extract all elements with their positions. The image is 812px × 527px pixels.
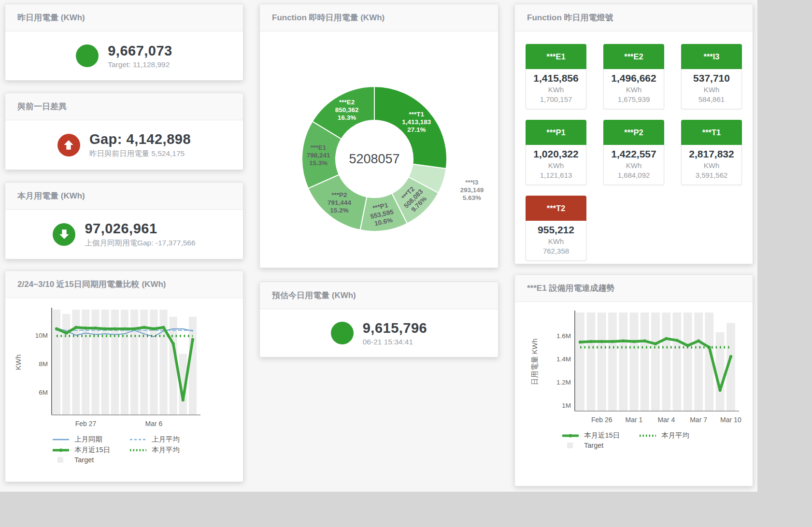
status-circle-icon bbox=[331, 322, 354, 344]
donut-slice-label: ***I3293,1495.63% bbox=[460, 179, 484, 201]
stat-subtitle: 昨日與前日用電量 5,524,175 bbox=[89, 149, 191, 159]
tile-header: ***E1 bbox=[526, 44, 586, 69]
legend-label: 上月平均 bbox=[152, 435, 180, 444]
tile-value: 955,212 bbox=[528, 224, 584, 236]
series-marker bbox=[675, 339, 678, 342]
status-circle-icon bbox=[76, 44, 99, 67]
panel-header: ***E1 設備用電達成趨勢 bbox=[515, 275, 753, 302]
legend-item[interactable]: 本月近15日 bbox=[561, 431, 639, 440]
legend-item[interactable]: 本月近15日 bbox=[52, 445, 129, 455]
tile-body: 1,422,557KWh1,684,092 bbox=[603, 145, 664, 185]
legend-item[interactable]: Target bbox=[52, 456, 129, 464]
panel-header: 2/24~3/10 近15日同期用電量比較 (KWh) bbox=[5, 271, 243, 298]
y-tick-label: 8M bbox=[39, 360, 48, 368]
tile-target: 1,700,157 bbox=[528, 95, 584, 103]
tile-value: 2,817,832 bbox=[684, 148, 740, 160]
tile-target: 3,591,562 bbox=[684, 171, 740, 179]
series-marker bbox=[589, 340, 592, 343]
series-marker bbox=[643, 340, 646, 342]
tile-unit: KWh bbox=[528, 161, 584, 170]
tile-unit: KWh bbox=[528, 85, 584, 94]
legend-row: 本月近15日本月平均 bbox=[52, 445, 243, 455]
series-marker bbox=[65, 331, 68, 334]
legend-row: Target bbox=[561, 442, 753, 449]
target-bar bbox=[82, 310, 89, 415]
target-bar bbox=[598, 313, 606, 411]
down-arrow-status-icon bbox=[53, 223, 75, 246]
stat-subtitle: Target: 11,128,992 bbox=[108, 60, 172, 69]
target-bar bbox=[662, 313, 670, 411]
e1-trend-line-chart: 1M1.2M1.4M1.6MFeb 26Mar 1Mar 4Mar 7Mar 1… bbox=[518, 307, 749, 428]
tile-header: ***I3 bbox=[681, 44, 742, 69]
x-tick-label: Mar 6 bbox=[145, 420, 163, 427]
light-tile-T1: ***T12,817,832KWh3,591,562 bbox=[681, 120, 742, 185]
panel-header: 昨日用電量 (KWh) bbox=[5, 4, 243, 31]
series-marker bbox=[611, 340, 614, 343]
tile-unit: KWh bbox=[684, 161, 740, 170]
legend-swatch-box bbox=[561, 442, 580, 448]
panel-body: 9,615,796 06-21 15:34:41 bbox=[260, 309, 498, 357]
legend-row: 上月同期上月平均 bbox=[52, 435, 243, 444]
light-tile-P2: ***P21,422,557KWh1,684,092 bbox=[603, 120, 664, 185]
tile-header: ***T2 bbox=[526, 196, 586, 221]
target-bar bbox=[160, 310, 168, 415]
tile-header: ***P2 bbox=[603, 120, 664, 145]
series-marker bbox=[697, 340, 700, 342]
panel-15day-comparison-chart: 2/24~3/10 近15日同期用電量比較 (KWh) 6M8M10MFeb 2… bbox=[5, 271, 243, 482]
panel-title: ***E1 設備用電達成趨勢 bbox=[527, 283, 614, 294]
x-tick-label: Mar 4 bbox=[657, 416, 675, 424]
target-bar bbox=[140, 310, 148, 415]
panel-estimated-today-usage: 預估今日用電量 (KWh) 9,615,796 06-21 15:34:41 bbox=[259, 282, 499, 357]
legend-item[interactable]: 本月平均 bbox=[129, 445, 206, 455]
legend-row: Target bbox=[52, 456, 243, 464]
tile-header: ***E2 bbox=[603, 44, 664, 69]
series-marker bbox=[162, 326, 165, 329]
panel-month-usage: 本月用電量 (KWh) 97,026,961 上個月同期用電Gap: -17,3… bbox=[5, 182, 243, 259]
target-bar bbox=[62, 314, 70, 415]
tile-target: 584,861 bbox=[684, 95, 740, 103]
y-tick-label: 1M bbox=[562, 402, 571, 409]
panel-realtime-usage-donut: Function 即時日用電量 (KWh) ***T11,413,18327.1… bbox=[259, 4, 499, 268]
legend-swatch-dotted bbox=[129, 447, 147, 453]
panel-title: 本月用電量 (KWh) bbox=[17, 190, 85, 201]
tile-header: ***T1 bbox=[681, 120, 742, 145]
series-marker bbox=[718, 389, 721, 392]
x-tick-label: Mar 1 bbox=[626, 416, 643, 424]
legend-item[interactable]: 上月平均 bbox=[129, 435, 206, 444]
tile-value: 537,710 bbox=[684, 72, 740, 84]
tile-value: 1,496,662 bbox=[606, 72, 662, 84]
tile-unit: KWh bbox=[528, 237, 584, 245]
legend-item[interactable]: Target bbox=[561, 442, 639, 449]
e1-trend-chart-legend: 本月近15日本月平均Target bbox=[515, 428, 753, 449]
y-tick-label: 6M bbox=[39, 389, 48, 396]
target-bar bbox=[608, 313, 617, 411]
panel-header: Function 即時日用電量 (KWh) bbox=[260, 4, 498, 31]
x-tick-label: Mar 10 bbox=[720, 416, 741, 424]
legend-label: 上月同期 bbox=[74, 435, 102, 444]
stat-value: 97,026,961 bbox=[85, 221, 195, 237]
panel-title: 昨日用電量 (KWh) bbox=[17, 12, 85, 23]
target-bar bbox=[684, 313, 692, 411]
stat-value: Gap: 4,142,898 bbox=[89, 131, 191, 147]
target-bar bbox=[130, 310, 138, 415]
tile-body: 537,710KWh584,861 bbox=[681, 69, 742, 109]
legend-swatch-solid-thick bbox=[52, 447, 70, 453]
legend-item[interactable]: 上月同期 bbox=[52, 435, 129, 444]
series-marker bbox=[632, 340, 635, 343]
panel-body: 9,667,073 Target: 11,128,992 bbox=[5, 31, 243, 80]
target-bar bbox=[630, 313, 639, 411]
legend-item[interactable]: 本月平均 bbox=[639, 431, 716, 440]
tile-value: 1,422,557 bbox=[606, 148, 662, 160]
target-bar bbox=[619, 313, 627, 411]
series-marker bbox=[94, 327, 97, 329]
realtime-usage-donut-chart: ***T11,413,18327.1%***I3293,1495.63%***T… bbox=[266, 78, 493, 240]
energy-dashboard: 昨日用電量 (KWh) 9,667,073 Target: 11,128,992… bbox=[0, 0, 812, 527]
tile-unit: KWh bbox=[606, 161, 662, 170]
stat-subtitle: 06-21 15:34:41 bbox=[363, 338, 427, 346]
panel-gap-previous-day: 與前一日差異 Gap: 4,142,898 昨日與前日用電量 5,524,175 bbox=[5, 93, 243, 170]
series-marker bbox=[600, 340, 603, 343]
panel-yesterday-usage: 昨日用電量 (KWh) 9,667,073 Target: 11,128,992 bbox=[5, 4, 243, 81]
series-marker bbox=[654, 342, 657, 345]
y-tick-label: 1.2M bbox=[556, 379, 571, 386]
series-marker bbox=[665, 337, 668, 340]
